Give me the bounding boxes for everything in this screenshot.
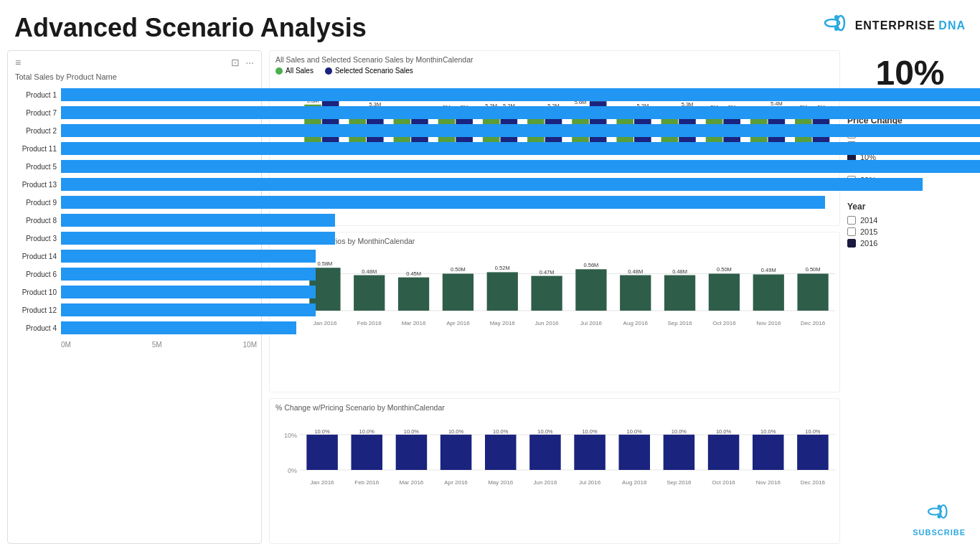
svg-text:Oct 2016: Oct 2016 bbox=[712, 479, 735, 486]
subscribe-label[interactable]: SUBSCRIBE bbox=[913, 528, 966, 537]
svg-text:10.0%: 10.0% bbox=[359, 428, 375, 435]
chart1-legend: All Sales Selected Scenario Sales bbox=[275, 67, 834, 75]
svg-rect-130 bbox=[574, 435, 606, 470]
chart3-svg-container: 0%10%10.0%Jan 201610.0%Feb 201610.0%Mar … bbox=[275, 415, 834, 493]
svg-text:0.50M: 0.50M bbox=[451, 267, 466, 273]
bar-track: 4.4M bbox=[61, 178, 257, 191]
bar-chart: Product 19.8MProduct 79.5MProduct 28.3MP… bbox=[12, 85, 257, 339]
svg-text:10%: 10% bbox=[284, 432, 297, 439]
filter-item-2015[interactable]: 2015 bbox=[847, 227, 973, 236]
svg-rect-78 bbox=[398, 278, 429, 311]
svg-point-148 bbox=[928, 509, 941, 515]
svg-text:Jun 2016: Jun 2016 bbox=[533, 479, 557, 486]
subscribe-area[interactable]: SUBSCRIBE bbox=[913, 500, 966, 537]
left-panel: ≡ ⊡ ··· Total Sales by Product Name Prod… bbox=[7, 50, 262, 544]
bar-row: Product 56.7M bbox=[12, 159, 257, 174]
svg-text:Jan 2016: Jan 2016 bbox=[313, 320, 336, 326]
svg-text:Mar 2016: Mar 2016 bbox=[400, 479, 424, 486]
bar-fill bbox=[61, 321, 296, 334]
legend-all-sales-label: All Sales bbox=[286, 67, 314, 75]
svg-rect-136 bbox=[664, 435, 695, 470]
bar-row: Product 101.3M bbox=[12, 284, 257, 300]
svg-rect-81 bbox=[443, 274, 473, 311]
svg-rect-124 bbox=[485, 435, 517, 470]
filter-item-2016[interactable]: 2016 bbox=[847, 239, 973, 248]
bar-label: Product 1 bbox=[12, 91, 61, 99]
svg-rect-121 bbox=[440, 435, 472, 470]
year-filter-title: Year bbox=[847, 202, 973, 212]
svg-text:0.52M: 0.52M bbox=[495, 265, 510, 272]
chart2-section: Actuals vs Scenarios by MonthinCalendar … bbox=[269, 232, 840, 392]
svg-text:10.0%: 10.0% bbox=[493, 428, 509, 435]
svg-rect-99 bbox=[709, 274, 740, 311]
svg-rect-84 bbox=[487, 273, 518, 311]
year-filter: Year 201420152016 bbox=[847, 202, 973, 250]
bar-row: Product 134.4M bbox=[12, 176, 257, 192]
x-axis: 0M5M10M bbox=[12, 339, 257, 349]
bar-row: Product 31.4M bbox=[12, 230, 257, 246]
bar-track: 1.2M bbox=[61, 321, 257, 334]
pricing-pct: 10% bbox=[847, 56, 973, 90]
bar-track: 6.7M bbox=[61, 160, 257, 173]
bar-fill bbox=[61, 124, 980, 137]
logo-text: ENTERPRISE DNA bbox=[855, 19, 966, 32]
bar-fill bbox=[61, 214, 335, 227]
bar-label: Product 10 bbox=[12, 288, 61, 296]
svg-text:0.47M: 0.47M bbox=[540, 269, 555, 276]
bar-row: Product 28.3M bbox=[12, 123, 257, 138]
svg-point-150 bbox=[938, 505, 941, 509]
svg-text:0.50M: 0.50M bbox=[717, 267, 732, 273]
bar-label: Product 6 bbox=[12, 270, 61, 278]
left-panel-header: Total Sales by Product Name bbox=[12, 72, 257, 81]
svg-text:Jul 2016: Jul 2016 bbox=[579, 479, 601, 486]
svg-rect-75 bbox=[354, 276, 385, 311]
bar-label: Product 9 bbox=[12, 199, 61, 207]
filter-checkbox-2014[interactable] bbox=[847, 216, 856, 225]
svg-text:0.58M: 0.58M bbox=[317, 260, 332, 267]
svg-text:Jul 2016: Jul 2016 bbox=[580, 320, 603, 326]
svg-text:10.0%: 10.0% bbox=[672, 428, 687, 435]
more-icon[interactable]: ··· bbox=[245, 57, 254, 68]
bar-row: Product 41.2M bbox=[12, 320, 257, 336]
svg-text:10.0%: 10.0% bbox=[582, 428, 598, 435]
bar-track: 1.3M bbox=[61, 286, 257, 298]
svg-text:Feb 2016: Feb 2016 bbox=[354, 479, 379, 486]
svg-rect-118 bbox=[396, 435, 428, 470]
filter-item-2014[interactable]: 2014 bbox=[847, 216, 973, 225]
bar-row: Product 61.3M bbox=[12, 266, 257, 282]
svg-text:0.48M: 0.48M bbox=[362, 268, 377, 275]
svg-rect-133 bbox=[618, 435, 650, 470]
filter-checkbox-2016[interactable] bbox=[847, 239, 856, 248]
svg-text:Dec 2016: Dec 2016 bbox=[801, 479, 826, 486]
svg-text:0.48M: 0.48M bbox=[672, 268, 687, 275]
subscribe-dna-icon bbox=[913, 500, 966, 528]
bar-fill: 9.8M bbox=[61, 88, 980, 101]
svg-text:Oct 2016: Oct 2016 bbox=[712, 320, 736, 326]
bar-row: Product 121.3M bbox=[12, 302, 257, 318]
expand-icon[interactable]: ⊡ bbox=[231, 57, 240, 68]
chart3-title: % Change w/Pricing Scenario by MonthinCa… bbox=[275, 403, 834, 412]
chart1-title: All Sales and Selected Scenario Sales by… bbox=[275, 55, 834, 64]
svg-text:Aug 2016: Aug 2016 bbox=[623, 320, 649, 326]
svg-text:Dec 2016: Dec 2016 bbox=[801, 320, 826, 326]
bar-track: 8.3M bbox=[61, 124, 257, 137]
bar-label: Product 11 bbox=[12, 145, 61, 153]
svg-text:May 2016: May 2016 bbox=[490, 320, 516, 326]
bar-row: Product 141.3M bbox=[12, 248, 257, 264]
bar-fill bbox=[61, 178, 923, 191]
bar-row: Product 19.8M bbox=[12, 87, 257, 103]
svg-rect-115 bbox=[351, 435, 382, 470]
svg-text:Apr 2016: Apr 2016 bbox=[444, 479, 468, 486]
svg-text:Mar 2016: Mar 2016 bbox=[402, 320, 426, 326]
svg-point-2 bbox=[834, 15, 839, 19]
svg-text:10.0%: 10.0% bbox=[448, 428, 464, 435]
bar-row: Product 118.2M bbox=[12, 141, 257, 156]
svg-text:Jan 2016: Jan 2016 bbox=[311, 479, 334, 486]
svg-rect-90 bbox=[575, 269, 606, 311]
svg-rect-127 bbox=[529, 435, 561, 470]
svg-rect-105 bbox=[797, 274, 828, 311]
filter-checkbox-2015[interactable] bbox=[847, 227, 856, 236]
bar-track: 1.3M bbox=[61, 250, 257, 263]
svg-point-3 bbox=[834, 27, 839, 31]
svg-text:10.0%: 10.0% bbox=[404, 428, 420, 435]
